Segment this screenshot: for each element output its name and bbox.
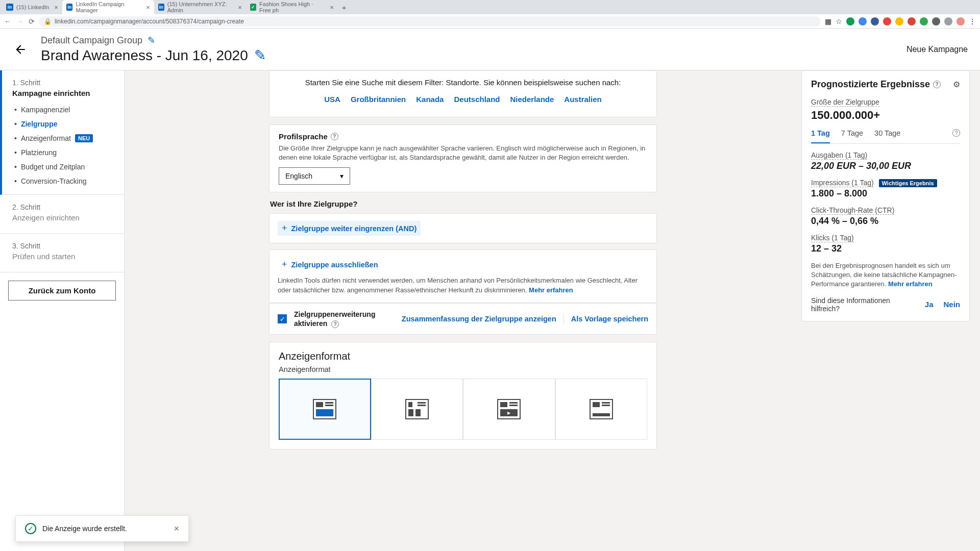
ext-icon[interactable]	[859, 17, 867, 26]
format-tile-carousel[interactable]	[371, 379, 463, 440]
browser-chrome: in(15) LinkedIn× inLinkedIn Campaign Man…	[0, 0, 980, 29]
ext-icon[interactable]	[920, 17, 928, 26]
ext-icon[interactable]	[883, 17, 891, 26]
filter-link[interactable]: Großbritannien	[351, 95, 406, 104]
forecast-note: Bei den Ergebnisprognosen handelt es sic…	[811, 261, 960, 289]
audience-size-label: Größe der Zielgruppe	[811, 98, 879, 107]
clicks-value: 12 – 32	[811, 243, 960, 254]
address-bar: ← → ⟳ 🔒 linkedin.com/campaignmanager/acc…	[0, 14, 980, 29]
lock-icon: 🔒	[44, 18, 52, 25]
app-header: Default Campaign Group ✎ Brand Awareness…	[0, 29, 980, 70]
filter-link[interactable]: Deutschland	[454, 95, 500, 104]
reload-icon[interactable]: ⟳	[29, 17, 35, 26]
close-icon[interactable]: ×	[54, 4, 58, 11]
ext-icon[interactable]	[932, 17, 940, 26]
sidebar-item-tracking[interactable]: Conversion-Tracking	[12, 174, 114, 188]
filter-link[interactable]: Kanada	[416, 95, 444, 104]
sidebar-item-placement[interactable]: Platzierung	[12, 145, 114, 160]
edit-icon[interactable]: ✎	[148, 35, 155, 46]
menu-icon[interactable]: ⋮	[969, 17, 976, 26]
format-tile-text[interactable]	[555, 379, 647, 440]
close-icon[interactable]: ×	[174, 523, 179, 534]
campaign-name: Brand Awareness - Jun 16, 2020	[41, 47, 248, 64]
tab-30-days[interactable]: 30 Tage	[874, 129, 900, 143]
forecast-title: Prognostizierte Ergebnisse	[811, 79, 930, 90]
close-icon[interactable]: ×	[330, 4, 334, 11]
clicks-label: Klicks (1 Tag)	[811, 234, 854, 242]
sidebar: 1. Schritt Kampagne einrichten Kampagnen…	[0, 70, 125, 551]
helpful-no[interactable]: Nein	[943, 300, 960, 309]
save-template-link[interactable]: Als Vorlage speichern	[571, 315, 648, 323]
ext-icon[interactable]	[871, 17, 879, 26]
helpful-question: Sind diese Informationen hilfreich?	[811, 296, 915, 313]
star-icon[interactable]: ☆	[836, 17, 842, 26]
narrow-audience-card: + Zielgruppe weiter eingrenzen (AND)	[269, 213, 657, 243]
help-icon[interactable]: ?	[331, 133, 338, 140]
format-tile-single-image[interactable]	[279, 379, 371, 440]
arrow-left-icon	[14, 43, 27, 56]
back-button[interactable]	[12, 41, 29, 58]
sidebar-item-audience[interactable]: Zielgruppe	[12, 117, 114, 131]
help-icon[interactable]: ?	[933, 81, 941, 88]
helpful-yes[interactable]: Ja	[925, 300, 934, 309]
forward-icon[interactable]: →	[16, 17, 23, 26]
step-3[interactable]: 3. Schritt Prüfen und starten	[0, 234, 124, 272]
close-icon[interactable]: ×	[238, 4, 242, 11]
help-icon[interactable]: ?	[331, 320, 339, 328]
impressions-value: 1.800 – 8.000	[811, 188, 960, 199]
filter-suggestions: USA Großbritannien Kanada Deutschland Ni…	[279, 92, 647, 110]
filter-link[interactable]: Niederlande	[510, 95, 554, 104]
forecast-tabs: 1 Tag 7 Tage 30 Tage ?	[811, 129, 960, 144]
audience-expansion-checkbox[interactable]: ✓	[278, 314, 287, 323]
toast-message: Die Anzeige wurde erstellt.	[42, 524, 127, 533]
ad-format-card: Anzeigenformat Anzeigenformat	[269, 342, 657, 449]
exclude-audience-card: + Zielgruppe ausschließen LinkedIn Tools…	[269, 249, 657, 303]
tab-bar: in(15) LinkedIn× inLinkedIn Campaign Man…	[0, 0, 980, 14]
language-description: Die Größe Ihrer Zielgruppe kann je nach …	[279, 144, 647, 162]
gear-icon[interactable]: ⚙	[953, 80, 960, 89]
back-icon[interactable]: ←	[4, 17, 11, 26]
ext-icon[interactable]	[895, 17, 903, 26]
spend-value: 22,00 EUR – 30,00 EUR	[811, 161, 960, 171]
avatar[interactable]	[957, 17, 965, 26]
url-field[interactable]: 🔒 linkedin.com/campaignmanager/account/5…	[39, 16, 821, 27]
ext-icon[interactable]	[908, 17, 916, 26]
language-card: Profilsprache ? Die Größe Ihrer Zielgrup…	[269, 124, 657, 192]
edit-icon[interactable]: ✎	[254, 47, 266, 64]
tab-1-day[interactable]: 1 Tag	[811, 129, 830, 143]
disclaimer-text: LinkedIn Tools dürfen nicht verwendet we…	[278, 276, 648, 295]
back-to-account-button[interactable]: Zurück zum Konto	[8, 281, 116, 300]
filter-link[interactable]: USA	[324, 95, 340, 104]
new-campaign-label: Neue Kampagne	[906, 45, 968, 54]
tab-7-days[interactable]: 7 Tage	[841, 129, 863, 143]
extension-icons: ▦ ☆ ⋮	[825, 17, 976, 26]
format-tile-video[interactable]	[463, 379, 555, 440]
learn-more-link[interactable]: Mehr erfahren	[529, 286, 573, 294]
browser-tab[interactable]: in(15) Unternehmen XYZ: Admin×	[154, 0, 246, 14]
exclude-audience-button[interactable]: + Zielgruppe ausschließen	[278, 257, 382, 272]
step-2[interactable]: 2. Schritt Anzeigen einrichten	[0, 195, 124, 234]
campaign-group-name: Default Campaign Group	[41, 35, 142, 46]
sidebar-item-format[interactable]: Anzeigenformat NEU	[12, 131, 114, 145]
narrow-audience-button[interactable]: + Zielgruppe weiter eingrenzen (AND)	[278, 221, 421, 236]
close-icon[interactable]: ×	[146, 4, 150, 11]
qr-icon[interactable]: ▦	[825, 17, 831, 26]
impressions-label: Impressions (1 Tag)	[811, 179, 874, 187]
new-tab-button[interactable]: +	[338, 1, 351, 14]
audience-summary-link[interactable]: Zusammenfassung der Zielgruppe anzeigen	[402, 315, 556, 323]
filter-link[interactable]: Australien	[564, 95, 601, 104]
language-select[interactable]: Englisch ▾	[279, 167, 350, 185]
browser-tab[interactable]: in(15) LinkedIn×	[2, 0, 62, 14]
help-icon[interactable]: ?	[952, 129, 960, 137]
browser-tab[interactable]: inLinkedIn Campaign Manager×	[62, 0, 154, 14]
browser-tab[interactable]: ✓Fashion Shoes High · Free ph×	[246, 0, 338, 14]
sidebar-item-goal[interactable]: Kampagnenziel	[12, 103, 114, 117]
ctr-label: Click-Through-Rate (CTR)	[811, 206, 894, 215]
ext-icon[interactable]	[944, 17, 952, 26]
learn-more-link[interactable]: Mehr erfahren	[888, 280, 933, 288]
audience-footer-card: ✓ Zielgruppenerweiterung aktivieren ? Zu…	[269, 303, 657, 335]
ext-icon[interactable]	[846, 17, 854, 26]
who-heading: Wer ist Ihre Zielgruppe?	[270, 199, 657, 208]
ctr-value: 0,44 % – 0,66 %	[811, 216, 960, 227]
sidebar-item-budget[interactable]: Budget und Zeitplan	[12, 160, 114, 174]
